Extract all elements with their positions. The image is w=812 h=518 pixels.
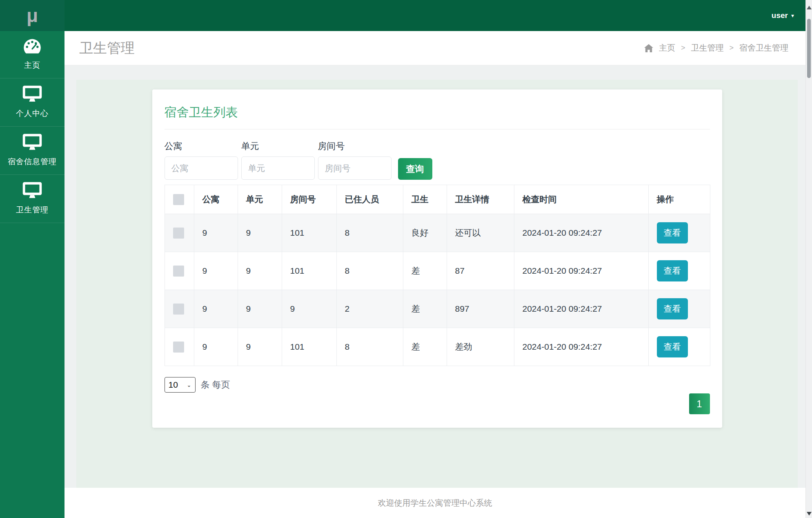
breadcrumb-item-dorm-hygiene: 宿舍卫生管理 xyxy=(739,42,788,54)
table-cell: 9 xyxy=(194,214,238,252)
view-button[interactable]: 查看 xyxy=(657,298,688,319)
column-header: 公寓 xyxy=(194,185,238,214)
hygiene-list-card: 宿舍卫生列表 公寓 单元 房间号 查询 xyxy=(152,89,722,428)
table-cell: 8 xyxy=(336,214,403,252)
sidebar-item-label: 主页 xyxy=(2,60,62,71)
pagination-row: 10 ⌄ 条 每页 xyxy=(165,377,710,393)
column-header: 卫生详情 xyxy=(447,185,514,214)
column-header: 房间号 xyxy=(282,185,336,214)
filter-group-room: 房间号 xyxy=(318,140,392,180)
scroll-down-arrow-icon[interactable] xyxy=(807,512,812,516)
column-header: 卫生 xyxy=(403,185,447,214)
filter-label: 房间号 xyxy=(318,140,392,152)
room-number-input[interactable] xyxy=(318,156,392,180)
table-cell: 良好 xyxy=(403,214,447,252)
mu-logo-icon: μ xyxy=(27,6,38,25)
filter-row: 公寓 单元 房间号 查询 xyxy=(165,140,710,180)
per-page-label: 条 每页 xyxy=(201,379,230,391)
hygiene-table: 公寓 单元 房间号 已住人员 卫生 卫生详情 检查时间 操作 991018良好还… xyxy=(165,185,710,366)
select-all-checkbox[interactable] xyxy=(173,194,184,205)
table-cell: 差 xyxy=(403,290,447,328)
home-icon xyxy=(644,44,653,52)
sidebar: μ 主页 xyxy=(0,0,65,518)
table-cell: 101 xyxy=(282,328,336,366)
table-row: 9992差8972024-01-20 09:24:27查看 xyxy=(165,290,710,328)
column-header: 操作 xyxy=(648,185,710,214)
table-row: 991018良好还可以2024-01-20 09:24:27查看 xyxy=(165,214,710,252)
sidebar-item-label: 宿舍信息管理 xyxy=(2,156,62,167)
sidebar-item-hygiene[interactable]: 卫生管理 xyxy=(0,175,65,223)
table-cell: 9 xyxy=(194,252,238,290)
vertical-scrollbar[interactable] xyxy=(805,0,812,518)
page-size-select[interactable]: 10 ⌄ xyxy=(165,377,196,393)
table-cell: 9 xyxy=(238,214,282,252)
table-header-row: 公寓 单元 房间号 已住人员 卫生 卫生详情 检查时间 操作 xyxy=(165,185,710,214)
column-header: 检查时间 xyxy=(514,185,648,214)
scrollbar-thumb[interactable] xyxy=(807,19,811,78)
apartment-input[interactable] xyxy=(165,156,238,180)
table-cell: 101 xyxy=(282,214,336,252)
sidebar-item-label: 卫生管理 xyxy=(2,205,62,215)
main-area: 宿舍卫生列表 公寓 单元 房间号 查询 xyxy=(65,65,805,488)
row-checkbox[interactable] xyxy=(173,304,184,315)
content-area: 宿舍卫生列表 公寓 单元 房间号 查询 xyxy=(76,80,798,488)
table-row: 991018差872024-01-20 09:24:27查看 xyxy=(165,252,710,290)
table-cell: 87 xyxy=(447,252,514,290)
table-cell: 9 xyxy=(282,290,336,328)
table-cell: 2024-01-20 09:24:27 xyxy=(514,328,648,366)
breadcrumb-separator: > xyxy=(729,44,734,52)
view-button[interactable]: 查看 xyxy=(657,222,688,243)
table-cell: 差 xyxy=(403,252,447,290)
row-checkbox[interactable] xyxy=(173,228,184,239)
user-menu[interactable]: user ▾ xyxy=(772,11,794,20)
breadcrumb-item-home[interactable]: 主页 xyxy=(659,42,675,54)
view-button[interactable]: 查看 xyxy=(657,260,688,281)
sidebar-item-label: 个人中心 xyxy=(2,108,62,119)
unit-input[interactable] xyxy=(241,156,315,180)
breadcrumb: 主页 > 卫生管理 > 宿舍卫生管理 xyxy=(644,42,788,54)
table-cell: 9 xyxy=(238,328,282,366)
monitor-icon xyxy=(22,182,42,200)
column-header: 已住人员 xyxy=(336,185,403,214)
table-cell: 8 xyxy=(336,252,403,290)
user-menu-label: user xyxy=(772,11,788,20)
chevron-down-icon: ⌄ xyxy=(187,382,191,388)
row-checkbox[interactable] xyxy=(173,342,184,353)
pager-row: 1 xyxy=(165,393,710,414)
table-cell: 897 xyxy=(447,290,514,328)
table-cell: 2024-01-20 09:24:27 xyxy=(514,252,648,290)
table-cell: 差劲 xyxy=(447,328,514,366)
filter-label: 单元 xyxy=(241,140,315,152)
table-cell: 101 xyxy=(282,252,336,290)
row-checkbox[interactable] xyxy=(173,266,184,277)
view-button[interactable]: 查看 xyxy=(657,336,688,357)
sidebar-item-personal-center[interactable]: 个人中心 xyxy=(0,78,65,127)
scroll-up-arrow-icon[interactable] xyxy=(807,6,812,9)
sidebar-item-home[interactable]: 主页 xyxy=(0,31,65,78)
table-cell: 9 xyxy=(238,290,282,328)
table-cell: 8 xyxy=(336,328,403,366)
page-1-button[interactable]: 1 xyxy=(689,393,710,414)
table-cell: 2 xyxy=(336,290,403,328)
breadcrumb-item-hygiene[interactable]: 卫生管理 xyxy=(691,42,723,54)
dashboard-icon xyxy=(22,38,42,55)
sidebar-item-dorm-info[interactable]: 宿舍信息管理 xyxy=(0,127,65,175)
table-cell: 9 xyxy=(194,328,238,366)
filter-group-apartment: 公寓 xyxy=(165,140,238,180)
card-title: 宿舍卫生列表 xyxy=(165,104,710,130)
topbar: user ▾ xyxy=(65,0,805,31)
table-row: 991018差差劲2024-01-20 09:24:27查看 xyxy=(165,328,710,366)
filter-group-unit: 单元 xyxy=(241,140,315,180)
table-cell: 9 xyxy=(194,290,238,328)
search-button[interactable]: 查询 xyxy=(398,158,432,180)
footer: 欢迎使用学生公寓管理中心系统 xyxy=(65,488,805,518)
app-logo: μ xyxy=(0,0,65,31)
page-header: 卫生管理 主页 > 卫生管理 > 宿舍卫生管理 xyxy=(65,31,805,65)
monitor-icon xyxy=(22,85,42,103)
hygiene-table-body: 991018良好还可以2024-01-20 09:24:27查看991018差8… xyxy=(165,214,710,366)
chevron-down-icon: ▾ xyxy=(791,12,794,19)
page-title: 卫生管理 xyxy=(79,39,135,58)
table-cell: 还可以 xyxy=(447,214,514,252)
table-cell: 2024-01-20 09:24:27 xyxy=(514,290,648,328)
table-cell: 9 xyxy=(238,252,282,290)
